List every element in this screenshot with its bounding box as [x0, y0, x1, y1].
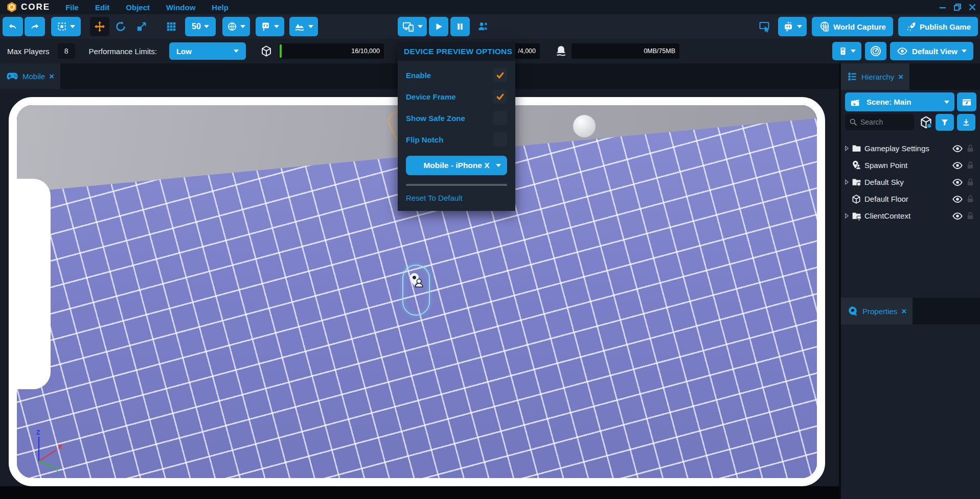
search-input[interactable]	[860, 118, 904, 126]
gear-icon	[847, 305, 858, 317]
tab-mobile[interactable]: Mobile ×	[0, 63, 60, 89]
grid-size-dropdown[interactable]: 50	[185, 17, 216, 36]
tree-row-default-sky[interactable]: Default Sky	[841, 174, 980, 191]
screen-share-button[interactable]	[757, 17, 773, 36]
tree-item-label: Default Sky	[864, 178, 950, 186]
close-button[interactable]	[969, 4, 976, 11]
performance-panel-dropdown[interactable]	[832, 42, 861, 60]
filter-button[interactable]	[936, 114, 954, 131]
default-view-dropdown[interactable]: Default View	[890, 42, 973, 60]
tab-properties-close-icon[interactable]: ×	[901, 307, 906, 316]
menu-file[interactable]: File	[65, 3, 79, 12]
menu-object[interactable]: Object	[126, 3, 150, 12]
lock-icon[interactable]	[965, 195, 976, 204]
device-preview-dropdown[interactable]	[398, 17, 427, 36]
script-tools-dropdown[interactable]	[256, 17, 284, 36]
grid-snap-button[interactable]	[163, 17, 180, 36]
menu-help[interactable]: Help	[212, 3, 229, 12]
restore-button[interactable]	[954, 4, 961, 11]
asset-cube-filter-icon[interactable]	[919, 115, 933, 129]
selection-mode-dropdown[interactable]	[51, 17, 81, 36]
tree-item-label: ClientContext	[864, 211, 950, 220]
max-players-input[interactable]	[58, 43, 75, 59]
tab-hierarchy-label: Hierarchy	[861, 73, 894, 81]
lock-icon[interactable]	[965, 178, 976, 187]
redo-button[interactable]	[25, 17, 45, 36]
pause-button[interactable]	[450, 17, 470, 36]
visibility-eye-icon[interactable]	[950, 194, 965, 205]
option-enable[interactable]: Enable	[406, 68, 507, 82]
lock-icon[interactable]	[965, 161, 976, 170]
object-count-progress	[280, 44, 282, 58]
scene-selector-dropdown[interactable]: Scene: Main	[845, 92, 954, 111]
scene-manager-button[interactable]	[957, 92, 976, 111]
move-tool-button[interactable]	[90, 17, 109, 36]
device-preview-options-panel: DEVICE PREVIEW OPTIONS Enable Device Fra…	[398, 42, 515, 211]
reset-to-default-button[interactable]: Reset To Default	[398, 186, 515, 211]
option-device-frame-checkbox[interactable]	[493, 89, 507, 104]
option-flip-notch-checkbox[interactable]	[493, 132, 507, 147]
object-count-value: 16/10,000	[351, 47, 380, 55]
chevron-down-icon	[851, 50, 856, 53]
globe-icon	[227, 21, 237, 32]
option-flip-notch[interactable]: Flip Notch	[406, 132, 507, 147]
world-capture-button[interactable]: World Capture	[812, 17, 893, 36]
performance-limits-dropdown[interactable]: Low	[169, 42, 246, 60]
lock-icon[interactable]	[965, 211, 976, 221]
axis-z-label: Z	[36, 429, 40, 436]
tree-item-label: Default Floor	[864, 195, 950, 203]
toolbar: 50	[0, 14, 980, 39]
option-enable-label: Enable	[406, 71, 431, 80]
option-enable-checkbox[interactable]	[493, 68, 507, 82]
rotate-tool-icon	[115, 20, 127, 33]
tree-row-spawn-point[interactable]: Spawn Point	[841, 157, 980, 174]
publish-game-button[interactable]: Publish Game	[898, 17, 978, 36]
tree-row-default-floor[interactable]: Default Floor	[841, 191, 980, 207]
multiplayer-preview-button[interactable]	[475, 17, 492, 36]
properties-panel-body	[841, 324, 980, 499]
menu-edit[interactable]: Edit	[95, 3, 109, 12]
undo-button[interactable]	[3, 17, 23, 36]
tree-row-client-context[interactable]: ClientContext	[841, 207, 980, 224]
chevron-down-icon	[204, 25, 209, 28]
redo-icon	[30, 21, 40, 32]
tab-hierarchy-close-icon[interactable]: ×	[898, 73, 903, 81]
rotate-tool-button[interactable]	[111, 17, 130, 36]
option-device-frame[interactable]: Device Frame	[406, 89, 507, 104]
world-tools-dropdown[interactable]	[222, 17, 250, 36]
option-show-safe-zone-checkbox[interactable]	[493, 111, 507, 125]
lock-icon[interactable]	[965, 144, 976, 153]
bot-capture-dropdown[interactable]	[778, 17, 807, 36]
visibility-eye-icon[interactable]	[950, 160, 965, 171]
performance-gauge-button[interactable]	[865, 42, 886, 60]
play-button[interactable]	[429, 17, 448, 36]
expand-caret-icon[interactable]	[844, 146, 851, 151]
tab-properties-label: Properties	[862, 307, 897, 316]
script-icon	[261, 21, 271, 32]
device-model-dropdown[interactable]: Mobile - iPhone X	[406, 156, 507, 175]
visibility-eye-icon[interactable]	[950, 143, 965, 154]
option-show-safe-zone-label: Show Safe Zone	[406, 114, 465, 123]
hierarchy-search[interactable]	[845, 114, 914, 130]
memory-usage-value: 0MB/75MB	[644, 47, 675, 55]
tab-mobile-close-icon[interactable]: ×	[49, 72, 54, 81]
tree-row-gameplay-settings[interactable]: Gameplay Settings	[841, 140, 980, 157]
terrain-tools-dropdown[interactable]	[289, 17, 318, 36]
minimize-button[interactable]	[939, 4, 946, 11]
option-show-safe-zone[interactable]: Show Safe Zone	[406, 111, 507, 125]
collapse-all-button[interactable]	[957, 114, 975, 131]
chevron-down-icon	[234, 50, 239, 53]
expand-caret-icon[interactable]	[844, 179, 851, 185]
scale-tool-button[interactable]	[132, 17, 151, 36]
tab-hierarchy[interactable]: Hierarchy ×	[841, 63, 909, 90]
spawn-point-gizmo[interactable]	[402, 265, 430, 316]
stats-right-group: Default View	[832, 42, 973, 60]
visibility-eye-icon[interactable]	[950, 177, 965, 188]
visibility-eye-icon[interactable]	[950, 210, 965, 222]
expand-caret-icon[interactable]	[844, 213, 851, 219]
core-logo-icon	[6, 2, 17, 13]
object-count-bar: 16/10,000	[279, 43, 384, 59]
sky-sphere-object[interactable]	[573, 115, 596, 137]
tab-properties[interactable]: Properties ×	[841, 298, 913, 324]
menu-window[interactable]: Window	[166, 3, 195, 12]
